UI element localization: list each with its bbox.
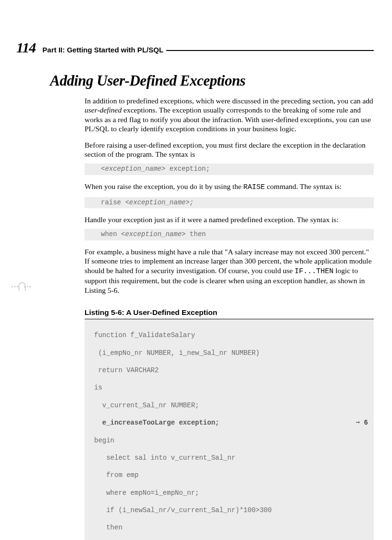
header-rule [166,50,374,51]
code-line: then [94,523,370,532]
content-column: Adding User-Defined Exceptions In additi… [85,72,374,540]
code-placeholder: <exception_name> [121,230,185,238]
code-line: if (i_newSal_nr/v_current_Sal_nr)*100>30… [94,506,370,515]
section-heading: Adding User-Defined Exceptions [50,72,374,89]
code-line: select sal into v_current_Sal_nr [94,453,370,462]
code-text: raise [101,199,125,206]
code-line: v_current_Sal_nr NUMBER; [94,401,370,410]
page-number: 114 [16,39,36,56]
italic-term: user-defined [85,106,122,114]
text: command. The syntax is: [265,182,342,190]
scissor-cut-icon [12,282,30,291]
inline-code: RAISE [244,183,265,191]
code-line: where empNo=i_empNo_nr; [94,489,370,497]
code-text: exception; [165,165,209,173]
paragraph-1: In addition to predefined exceptions, wh… [85,96,374,134]
paragraph-4: Handle your exception just as if it were… [85,215,374,224]
inline-code: IF...THEN [294,267,333,276]
code-placeholder: <exception_name>; [125,199,194,206]
code-line: begin [94,436,370,445]
code-text: then [185,230,206,238]
syntax-when-exception: when <exception_name> then [85,229,374,240]
code-line: from emp [94,471,370,479]
code-line: function f_ValidateSalary [94,331,370,339]
paragraph-3: When you raise the exception, you do it … [85,182,374,192]
code-line: e_increaseTooLarge exception;➞ 6 [94,418,370,427]
listing-title: Listing 5-6: A User-Defined Exception [85,308,374,317]
code-listing-5-6: function f_ValidateSalary (i_empNo_nr NU… [85,319,374,540]
line-annotation-6: ➞ 6 [356,418,368,427]
paragraph-5: For example, a business might have a rul… [85,247,374,295]
page: 114 Part II: Getting Started with PL/SQL… [0,0,392,540]
syntax-declare-exception: <exception_name> exception; [85,163,374,175]
text: When you raise the exception, you do it … [85,182,244,190]
code-line: (i_empNo_nr NUMBER, i_new_Sal_nr NUMBER) [94,349,370,357]
part-title: Part II: Getting Started with PL/SQL [42,46,163,54]
code-line: return VARCHAR2 [94,366,370,375]
text: In addition to predefined exceptions, wh… [85,97,373,105]
code-placeholder: <exception_name> [101,165,165,173]
syntax-raise-exception: raise <exception_name>; [85,197,374,209]
bold-code: e_increaseTooLarge exception; [94,419,219,427]
text: exceptions. The exception usually corres… [85,106,371,133]
code-text: when [101,230,121,238]
paragraph-2: Before raising a user-defined exception,… [85,140,374,159]
page-header: 114 Part II: Getting Started with PL/SQL [16,39,374,56]
code-line: is [94,383,370,392]
